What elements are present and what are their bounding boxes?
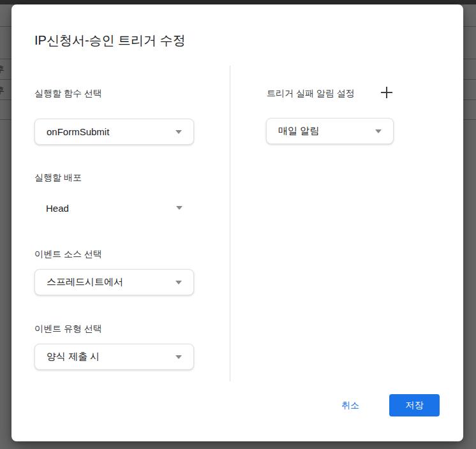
- chevron-down-icon: [375, 129, 382, 133]
- chevron-down-icon: [176, 206, 182, 210]
- background-top-bar: [0, 0, 476, 4]
- column-divider: [230, 66, 230, 381]
- dialog-title: IP신청서-승인 트리거 수정: [34, 31, 186, 49]
- event-type-dropdown[interactable]: 양식 제출 시: [34, 344, 194, 370]
- deployment-select-label: 실행할 배포: [34, 171, 82, 184]
- deployment-select-dropdown[interactable]: Head: [34, 198, 194, 217]
- function-select-value: onFormSubmit: [47, 126, 175, 137]
- background-table-text: 후: [0, 84, 4, 96]
- plus-icon[interactable]: [380, 86, 393, 99]
- failure-notification-value: 매일 알림: [278, 125, 375, 137]
- chevron-down-icon: [175, 355, 182, 359]
- function-select-label: 실행할 함수 선택: [34, 87, 102, 99]
- deployment-select-value: Head: [46, 203, 176, 214]
- event-type-value: 양식 제출 시: [47, 351, 175, 363]
- chevron-down-icon: [175, 281, 182, 284]
- save-button[interactable]: 저장: [389, 394, 440, 416]
- function-select-dropdown[interactable]: onFormSubmit: [34, 119, 194, 145]
- event-source-value: 스프레드시트에서: [47, 276, 175, 288]
- background-table-text: 후: [0, 63, 4, 75]
- edit-trigger-dialog: IP신청서-승인 트리거 수정 실행할 함수 선택 onFormSubmit 실…: [11, 4, 463, 441]
- chevron-down-icon: [175, 130, 182, 134]
- failure-notification-dropdown[interactable]: 매일 알림: [266, 118, 394, 144]
- event-source-dropdown[interactable]: 스프레드시트에서: [34, 269, 194, 295]
- failure-notification-label: 트리거 실패 알림 설정: [267, 87, 355, 99]
- screen: 후 후 IP신청서-승인 트리거 수정 실행할 함수 선택 onFormSubm…: [0, 0, 476, 449]
- event-type-label: 이벤트 유형 선택: [34, 322, 102, 335]
- event-source-label: 이벤트 소스 선택: [34, 247, 102, 260]
- cancel-button[interactable]: 취소: [330, 394, 371, 417]
